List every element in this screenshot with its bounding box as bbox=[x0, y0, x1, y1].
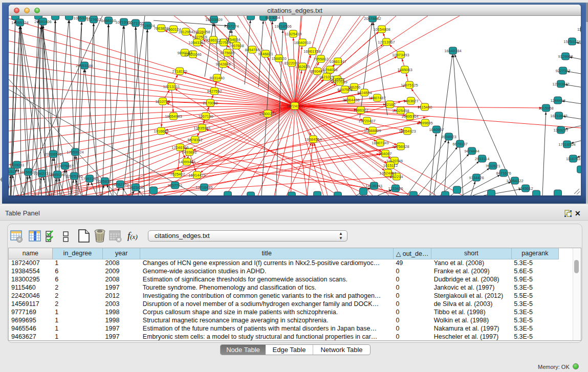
svg-text:1916682: 1916682 bbox=[154, 129, 168, 134]
svg-text:934067: 934067 bbox=[379, 151, 391, 156]
svg-text:13535941: 13535941 bbox=[193, 126, 210, 130]
svg-text:9463627: 9463627 bbox=[403, 99, 418, 103]
svg-text:20953346: 20953346 bbox=[76, 63, 93, 68]
svg-text:7485063: 7485063 bbox=[397, 68, 412, 72]
svg-text:9474444: 9474444 bbox=[464, 149, 479, 154]
svg-text:19756928: 19756928 bbox=[392, 144, 409, 149]
svg-text:1615112: 1615112 bbox=[383, 163, 398, 168]
svg-text:12975125: 12975125 bbox=[401, 83, 418, 87]
svg-text:6679137: 6679137 bbox=[452, 142, 467, 146]
svg-text:16782759: 16782759 bbox=[112, 182, 128, 187]
svg-text:16033809: 16033809 bbox=[205, 17, 222, 22]
svg-text:1244419: 1244419 bbox=[550, 98, 565, 103]
svg-text:14099483: 14099483 bbox=[178, 160, 195, 164]
svg-text:9327509: 9327509 bbox=[192, 35, 207, 39]
svg-text:9857791: 9857791 bbox=[167, 183, 182, 188]
svg-text:9794028: 9794028 bbox=[322, 68, 337, 72]
svg-text:10054122: 10054122 bbox=[506, 179, 523, 183]
svg-text:18907249: 18907249 bbox=[372, 141, 388, 145]
svg-text:11325419: 11325419 bbox=[285, 32, 302, 36]
svg-text:3175685: 3175685 bbox=[220, 51, 234, 55]
svg-text:19384554: 19384554 bbox=[304, 137, 321, 142]
svg-text:7357274: 7357274 bbox=[224, 24, 238, 29]
svg-text:12213311: 12213311 bbox=[163, 84, 180, 89]
svg-text:8813054: 8813054 bbox=[265, 16, 280, 20]
svg-text:10807487: 10807487 bbox=[368, 96, 385, 100]
svg-text:13226058: 13226058 bbox=[193, 30, 210, 34]
svg-text:12093872: 12093872 bbox=[552, 82, 569, 86]
svg-text:7632621: 7632621 bbox=[485, 164, 500, 168]
svg-text:9427552: 9427552 bbox=[207, 89, 222, 94]
svg-text:3493822: 3493822 bbox=[182, 150, 197, 155]
svg-text:20364436: 20364436 bbox=[342, 98, 359, 102]
svg-text:7986322: 7986322 bbox=[353, 108, 368, 113]
svg-text:16640910: 16640910 bbox=[294, 40, 311, 45]
svg-text:17016504: 17016504 bbox=[558, 142, 575, 147]
svg-text:19654983: 19654983 bbox=[165, 114, 182, 119]
svg-text:13720407: 13720407 bbox=[358, 119, 375, 123]
svg-text:252214: 252214 bbox=[390, 174, 403, 179]
svg-text:2933114: 2933114 bbox=[475, 157, 490, 161]
svg-text:1145196: 1145196 bbox=[50, 172, 65, 177]
svg-text:10543362: 10543362 bbox=[188, 40, 205, 45]
svg-text:1362635: 1362635 bbox=[295, 64, 310, 69]
svg-text:62160: 62160 bbox=[385, 102, 396, 107]
svg-text:8938923: 8938923 bbox=[441, 135, 456, 139]
svg-text:10688609: 10688609 bbox=[364, 128, 381, 133]
svg-text:15300273: 15300273 bbox=[259, 112, 276, 116]
svg-text:3912954: 3912954 bbox=[178, 30, 193, 34]
svg-text:2718170: 2718170 bbox=[172, 69, 187, 74]
svg-text:20478682: 20478682 bbox=[364, 16, 381, 21]
svg-text:17957253: 17957253 bbox=[81, 177, 98, 181]
svg-text:1810755: 1810755 bbox=[155, 99, 170, 104]
svg-text:9699695: 9699695 bbox=[418, 121, 432, 125]
svg-text:2170060: 2170060 bbox=[203, 101, 217, 105]
svg-text:14055724: 14055724 bbox=[11, 20, 28, 25]
svg-text:9146821: 9146821 bbox=[258, 52, 273, 56]
svg-text:9334426: 9334426 bbox=[469, 176, 484, 180]
svg-text:2967608: 2967608 bbox=[229, 43, 244, 48]
svg-text:9115460: 9115460 bbox=[418, 105, 432, 110]
svg-text:1439061: 1439061 bbox=[9, 163, 24, 167]
svg-text:8031440: 8031440 bbox=[209, 76, 224, 80]
svg-text:16648784: 16648784 bbox=[444, 49, 461, 53]
svg-text:7515524: 7515524 bbox=[140, 24, 155, 28]
svg-text:1116753: 1116753 bbox=[566, 157, 580, 161]
svg-text:1640957: 1640957 bbox=[429, 127, 444, 132]
svg-text:9242848: 9242848 bbox=[215, 62, 230, 67]
svg-text:16961758: 16961758 bbox=[303, 49, 320, 54]
svg-text:1754634: 1754634 bbox=[225, 37, 240, 42]
svg-text:7625402: 7625402 bbox=[170, 172, 185, 177]
svg-text:6497568: 6497568 bbox=[337, 87, 352, 92]
svg-text:19218506: 19218506 bbox=[274, 24, 291, 29]
svg-text:10975867: 10975867 bbox=[56, 164, 73, 168]
svg-text:12923446: 12923446 bbox=[127, 185, 144, 190]
svg-text:18724007: 18724007 bbox=[286, 104, 303, 108]
svg-text:9129966: 9129966 bbox=[558, 54, 573, 59]
svg-text:14136141: 14136141 bbox=[365, 184, 382, 188]
svg-text:10154808: 10154808 bbox=[373, 27, 390, 32]
svg-text:9890143: 9890143 bbox=[177, 51, 192, 55]
svg-text:1733426: 1733426 bbox=[388, 186, 403, 191]
svg-text:1112478: 1112478 bbox=[577, 27, 581, 32]
svg-text:10958127: 10958127 bbox=[96, 179, 113, 184]
svg-text:13716485: 13716485 bbox=[195, 185, 212, 190]
svg-text:3267130: 3267130 bbox=[198, 114, 213, 119]
svg-text:1527602: 1527602 bbox=[86, 17, 101, 22]
svg-text:7955812: 7955812 bbox=[313, 57, 328, 61]
svg-text:6466160: 6466160 bbox=[101, 18, 116, 23]
svg-text:8454749: 8454749 bbox=[245, 48, 259, 52]
svg-text:10461747: 10461747 bbox=[329, 59, 346, 64]
svg-text:1588520: 1588520 bbox=[271, 56, 286, 61]
svg-text:9227342: 9227342 bbox=[555, 69, 570, 73]
svg-text:13654923: 13654923 bbox=[399, 129, 416, 134]
svg-text:12942737: 12942737 bbox=[33, 171, 50, 176]
svg-text:3215958: 3215958 bbox=[538, 106, 553, 111]
svg-text:1369297: 1369297 bbox=[553, 128, 568, 133]
svg-text:3824554: 3824554 bbox=[357, 91, 372, 95]
svg-text:12213967: 12213967 bbox=[378, 40, 395, 45]
svg-text:16210643: 16210643 bbox=[550, 114, 567, 118]
svg-text:3915177: 3915177 bbox=[9, 169, 19, 174]
svg-text:5578312: 5578312 bbox=[187, 138, 202, 142]
svg-text:16914479: 16914479 bbox=[188, 173, 205, 178]
